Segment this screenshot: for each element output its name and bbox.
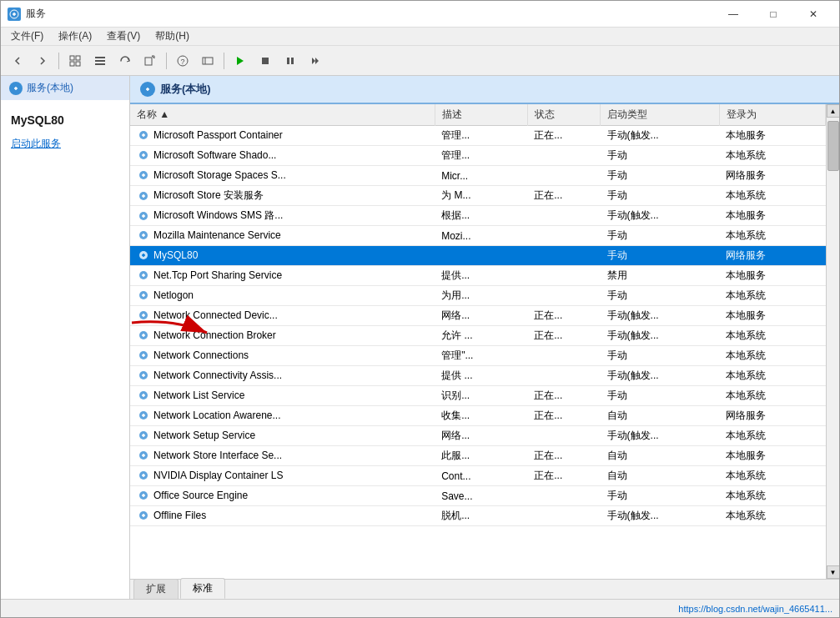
table-row[interactable]: Microsoft Passport Container 管理... 正在...… [130, 126, 826, 146]
table-row[interactable]: Network Store Interface Se... 此服... 正在..… [130, 446, 826, 466]
table-row[interactable]: Office Source Engine Save... 手动 本地系统 [130, 486, 826, 506]
cell-startup: 自动 [601, 406, 720, 426]
start-service-button[interactable] [229, 49, 252, 73]
cell-startup: 手动(触发... [601, 206, 720, 226]
list-button[interactable] [88, 49, 112, 73]
cell-startup: 手动(触发... [601, 506, 720, 526]
cell-login: 本地系统 [719, 366, 825, 386]
table-row[interactable]: Microsoft Store 安装服务 为 M... 正在... 手动 本地系… [130, 186, 826, 206]
sidebar-start-link[interactable]: 启动此服务 [11, 138, 61, 149]
refresh-button[interactable] [113, 49, 137, 73]
export-button[interactable] [138, 49, 162, 73]
col-status[interactable]: 状态 [527, 104, 600, 126]
cell-startup: 自动 [601, 446, 720, 466]
svg-rect-16 [291, 58, 294, 64]
cell-startup: 手动(触发... [601, 326, 720, 346]
close-button[interactable]: ✕ [794, 1, 832, 28]
svg-rect-7 [95, 63, 105, 65]
title-left: 服务 [8, 7, 46, 21]
cell-startup: 手动(触发... [601, 426, 720, 446]
properties-button[interactable] [196, 49, 219, 73]
svg-marker-13 [237, 57, 244, 65]
svg-rect-5 [95, 57, 105, 58]
scroll-up[interactable]: ▲ [827, 104, 840, 118]
scroll-thumb[interactable] [827, 121, 839, 171]
cell-name: Mozilla Maintenance Service [130, 226, 435, 244]
main-window: 服务 — □ ✕ 文件(F) 操作(A) 查看(V) 帮助(H) [0, 0, 840, 618]
table-row[interactable]: Network Location Awarene... 收集... 正在... … [130, 406, 826, 426]
forward-button[interactable] [31, 49, 54, 73]
stop-service-button[interactable] [254, 49, 277, 73]
cell-desc: Save... [435, 486, 527, 506]
menu-help[interactable]: 帮助(H) [148, 28, 196, 45]
cell-status [527, 246, 600, 266]
table-row[interactable]: Microsoft Software Shado... 管理... 手动 本地系… [130, 146, 826, 166]
cell-name: Network Connected Devic... [130, 306, 435, 324]
table-row[interactable]: Microsoft Storage Spaces S... Micr... 手动… [130, 166, 826, 186]
back-button[interactable] [6, 49, 29, 73]
table-row[interactable]: Mozilla Maintenance Service Mozi... 手动 本… [130, 226, 826, 246]
restart-service-button[interactable] [304, 49, 327, 73]
table-container[interactable]: 名称 ▲ 描述 状态 启动类型 登录为 Microsoft Passport C… [130, 104, 826, 579]
svg-rect-8 [145, 58, 152, 65]
panel-header-title: 服务(本地) [160, 82, 211, 97]
table-row[interactable]: Network Setup Service 网络... 手动(触发... 本地系… [130, 426, 826, 446]
service-icon [137, 349, 150, 362]
table-row[interactable]: Net.Tcp Port Sharing Service 提供... 禁用 本地… [130, 266, 826, 286]
table-row[interactable]: Network Connectivity Assis... 提供 ... 手动(… [130, 366, 826, 386]
cell-desc: 为用... [435, 286, 527, 306]
menu-actions[interactable]: 操作(A) [52, 28, 98, 45]
service-icon [137, 469, 150, 482]
menu-view[interactable]: 查看(V) [100, 28, 147, 45]
cell-startup: 手动(触发... [601, 126, 720, 146]
service-icon [137, 289, 150, 302]
svg-rect-11 [203, 58, 213, 64]
scroll-down[interactable]: ▼ [827, 565, 840, 579]
tab-standard[interactable]: 标准 [180, 578, 225, 599]
svg-text:?: ? [180, 58, 184, 66]
svg-rect-14 [262, 58, 269, 64]
col-startup[interactable]: 启动类型 [601, 104, 720, 126]
pause-service-button[interactable] [279, 49, 302, 73]
cell-startup: 手动 [601, 186, 720, 206]
table-row[interactable]: Microsoft Windows SMS 路... 根据... 手动(触发..… [130, 206, 826, 226]
cell-login: 本地系统 [719, 466, 825, 486]
col-desc[interactable]: 描述 [435, 104, 527, 126]
table-row[interactable]: Network Connections 管理"... 手动 本地系统 [130, 346, 826, 366]
panel-header-icon [140, 82, 155, 97]
svg-marker-17 [312, 58, 315, 64]
cell-startup: 自动 [601, 466, 720, 486]
cell-status [527, 286, 600, 306]
table-row[interactable]: Network Connected Devic... 网络... 正在... 手… [130, 306, 826, 326]
table-row[interactable]: Netlogon 为用... 手动 本地系统 [130, 286, 826, 306]
sidebar-item-local[interactable]: 服务(本地) [1, 76, 129, 100]
table-row[interactable]: Network List Service 识别... 正在... 手动 本地系统 [130, 386, 826, 406]
maximize-button[interactable]: □ [754, 1, 792, 28]
cell-name: Microsoft Store 安装服务 [130, 186, 435, 205]
table-row[interactable]: Network Connection Broker 允许 ... 正在... 手… [130, 326, 826, 346]
cell-name: Network Location Awarene... [130, 406, 435, 425]
minimize-button[interactable]: — [714, 1, 752, 28]
cell-login: 本地系统 [719, 426, 825, 446]
menu-file[interactable]: 文件(F) [4, 28, 50, 45]
cell-login: 网络服务 [719, 406, 825, 426]
cell-status: 正在... [527, 186, 600, 206]
cell-name: Microsoft Storage Spaces S... [130, 166, 435, 184]
svg-rect-1 [70, 56, 74, 60]
col-name[interactable]: 名称 ▲ [130, 104, 435, 126]
cell-login: 本地系统 [719, 226, 825, 246]
cell-startup: 手动 [601, 246, 720, 266]
table-row[interactable]: MySQL80 手动 网络服务 [130, 246, 826, 266]
table-row[interactable]: Offline Files 脱机... 手动(触发... 本地系统 [130, 506, 826, 526]
cell-status [527, 266, 600, 286]
col-login[interactable]: 登录为 [719, 104, 825, 126]
help-button[interactable]: ? [171, 49, 194, 73]
cell-desc: 为 M... [435, 186, 527, 206]
tab-expand[interactable]: 扩展 [133, 579, 179, 599]
cell-name: MySQL80 [130, 246, 435, 264]
cell-desc: 网络... [435, 306, 527, 326]
view-button[interactable] [63, 49, 87, 73]
svg-rect-15 [287, 58, 289, 64]
table-row[interactable]: NVIDIA Display Container LS Cont... 正在..… [130, 466, 826, 486]
scrollbar[interactable]: ▲ ▼ [826, 104, 839, 579]
